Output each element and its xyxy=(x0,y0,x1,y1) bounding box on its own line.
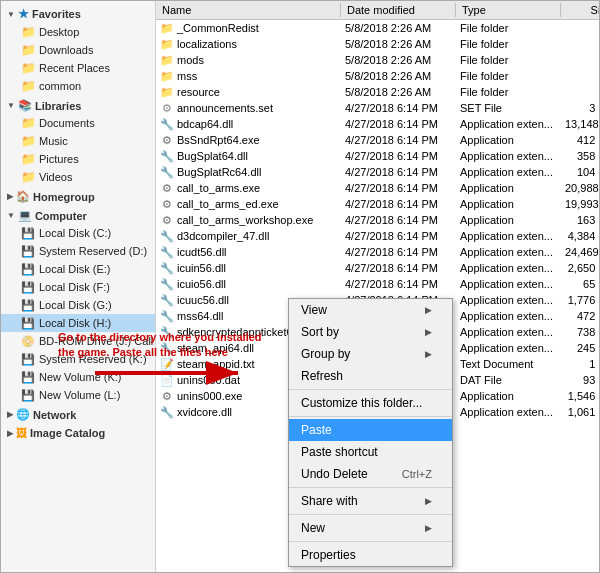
sidebar-item-j[interactable]: 📀 BD-ROM Drive (J:) Call to Arms xyxy=(1,332,155,350)
context-menu-item[interactable]: Sort by▶ xyxy=(289,321,452,343)
sidebar-item-music[interactable]: 📁 Music xyxy=(1,132,155,150)
file-name: mss xyxy=(177,70,197,82)
col-header-size[interactable]: Size xyxy=(561,3,599,17)
file-icon: 🔧 xyxy=(160,293,174,307)
cell-size: 738 KB xyxy=(561,326,599,338)
sidebar-item-label: Recent Places xyxy=(39,62,110,74)
sidebar-item-e[interactable]: 💾 Local Disk (E:) xyxy=(1,260,155,278)
folder-icon: 📁 xyxy=(21,79,35,93)
ctx-item-label: New xyxy=(301,521,325,535)
context-menu-item[interactable]: Undo DeleteCtrl+Z xyxy=(289,463,452,485)
sidebar-item-documents[interactable]: 📁 Documents xyxy=(1,114,155,132)
context-menu-item[interactable]: Share with▶ xyxy=(289,490,452,512)
col-header-date[interactable]: Date modified xyxy=(341,3,456,17)
submenu-arrow-icon: ▶ xyxy=(425,305,432,315)
table-row[interactable]: ⚙ call_to_arms_ed.exe 4/27/2018 6:14 PM … xyxy=(156,196,599,212)
table-row[interactable]: 🔧 d3dcompiler_47.dll 4/27/2018 6:14 PM A… xyxy=(156,228,599,244)
cell-date: 5/8/2018 2:26 AM xyxy=(341,70,456,82)
table-row[interactable]: ⚙ announcements.set 4/27/2018 6:14 PM SE… xyxy=(156,100,599,116)
sidebar-item-label: Pictures xyxy=(39,153,79,165)
sidebar-item-k-sys[interactable]: 💾 System Reserved (K:) xyxy=(1,350,155,368)
computer-header[interactable]: ▼ 💻 Computer xyxy=(1,207,155,224)
table-row[interactable]: ⚙ call_to_arms_workshop.exe 4/27/2018 6:… xyxy=(156,212,599,228)
file-icon: 📁 xyxy=(160,53,174,67)
file-name: icuio56.dll xyxy=(177,278,226,290)
col-size-label: Size xyxy=(591,4,599,16)
sidebar-item-h[interactable]: 💾 Local Disk (H:) xyxy=(1,314,155,332)
sidebar-item-k-new[interactable]: 💾 New Volume (K:) xyxy=(1,368,155,386)
file-icon: ⚙ xyxy=(160,101,174,115)
file-name: steam_api64.dll xyxy=(177,342,254,354)
homegroup-header[interactable]: ▶ 🏠 Homegroup xyxy=(1,188,155,205)
folder-icon: 📁 xyxy=(21,61,35,75)
context-menu-item[interactable]: New▶ xyxy=(289,517,452,539)
context-menu: View▶Sort by▶Group by▶RefreshCustomize t… xyxy=(288,298,453,567)
folder-icon: 📁 xyxy=(21,25,35,39)
file-name: call_to_arms_ed.exe xyxy=(177,198,279,210)
table-row[interactable]: 🔧 icuio56.dll 4/27/2018 6:14 PM Applicat… xyxy=(156,276,599,292)
sidebar-item-pictures[interactable]: 📁 Pictures xyxy=(1,150,155,168)
context-menu-item[interactable]: Group by▶ xyxy=(289,343,452,365)
col-header-name[interactable]: Name xyxy=(156,3,341,17)
cell-type: File folder xyxy=(456,70,561,82)
ctx-shortcut: Ctrl+Z xyxy=(402,468,432,480)
sidebar-item-downloads[interactable]: 📁 Downloads xyxy=(1,41,155,59)
sidebar-item-videos[interactable]: 📁 Videos xyxy=(1,168,155,186)
sidebar-item-recent-places[interactable]: 📁 Recent Places xyxy=(1,59,155,77)
ctx-item-label: Sort by xyxy=(301,325,339,339)
folder-icon: 📁 xyxy=(21,134,35,148)
sidebar-item-g[interactable]: 💾 Local Disk (G:) xyxy=(1,296,155,314)
context-menu-item[interactable]: Paste shortcut xyxy=(289,441,452,463)
sidebar-item-common[interactable]: 📁 common xyxy=(1,77,155,95)
cell-date: 4/27/2018 6:14 PM xyxy=(341,182,456,194)
cell-name: ⚙ BsSndRpt64.exe xyxy=(156,133,341,147)
col-header-type[interactable]: Type xyxy=(456,3,561,17)
table-row[interactable]: 🔧 icuin56.dll 4/27/2018 6:14 PM Applicat… xyxy=(156,260,599,276)
sidebar-item-c[interactable]: 💾 Local Disk (C:) xyxy=(1,224,155,242)
table-row[interactable]: 📁 mss 5/8/2018 2:26 AM File folder xyxy=(156,68,599,84)
cell-size: 104 KB xyxy=(561,166,599,178)
sidebar-item-desktop[interactable]: 📁 Desktop xyxy=(1,23,155,41)
libraries-label: Libraries xyxy=(35,100,81,112)
table-row[interactable]: 📁 localizations 5/8/2018 2:26 AM File fo… xyxy=(156,36,599,52)
table-row[interactable]: ⚙ BsSndRpt64.exe 4/27/2018 6:14 PM Appli… xyxy=(156,132,599,148)
cell-size: 1,546 KB xyxy=(561,390,599,402)
sidebar-item-f[interactable]: 💾 Local Disk (F:) xyxy=(1,278,155,296)
table-row[interactable]: 🔧 BugSplat64.dll 4/27/2018 6:14 PM Appli… xyxy=(156,148,599,164)
drive-icon: 💾 xyxy=(21,298,35,312)
cell-type: Application exten... xyxy=(456,150,561,162)
table-row[interactable]: 🔧 bdcap64.dll 4/27/2018 6:14 PM Applicat… xyxy=(156,116,599,132)
cell-type: File folder xyxy=(456,38,561,50)
cell-date: 4/27/2018 6:14 PM xyxy=(341,150,456,162)
folder-icon: 📁 xyxy=(21,170,35,184)
ctx-item-label: View xyxy=(301,303,327,317)
network-header[interactable]: ▶ 🌐 Network xyxy=(1,406,155,423)
file-name: BugSplatRc64.dll xyxy=(177,166,261,178)
table-row[interactable]: 📁 mods 5/8/2018 2:26 AM File folder xyxy=(156,52,599,68)
cell-type: File folder xyxy=(456,22,561,34)
submenu-arrow-icon: ▶ xyxy=(425,523,432,533)
table-row[interactable]: 📁 _CommonRedist 5/8/2018 2:26 AM File fo… xyxy=(156,20,599,36)
cell-type: Application exten... xyxy=(456,118,561,130)
favorites-header[interactable]: ▼ ★ Favorites xyxy=(1,5,155,23)
context-menu-item[interactable]: Customize this folder... xyxy=(289,392,452,414)
table-row[interactable]: 🔧 icudt56.dll 4/27/2018 6:14 PM Applicat… xyxy=(156,244,599,260)
sidebar-item-l[interactable]: 💾 New Volume (L:) xyxy=(1,386,155,404)
table-row[interactable]: 🔧 BugSplatRc64.dll 4/27/2018 6:14 PM App… xyxy=(156,164,599,180)
file-name: _CommonRedist xyxy=(177,22,259,34)
libraries-header[interactable]: ▼ 📚 Libraries xyxy=(1,97,155,114)
context-menu-item[interactable]: View▶ xyxy=(289,299,452,321)
context-menu-item[interactable]: Properties xyxy=(289,544,452,566)
image-catalog-section: ▶ 🖼 Image Catalog xyxy=(1,425,155,441)
ctx-item-label: Share with xyxy=(301,494,358,508)
image-catalog-header[interactable]: ▶ 🖼 Image Catalog xyxy=(1,425,155,441)
sidebar-item-label: System Reserved (K:) xyxy=(39,353,147,365)
sidebar-item-d[interactable]: 💾 System Reserved (D:) xyxy=(1,242,155,260)
context-menu-item[interactable]: Paste xyxy=(289,419,452,441)
table-row[interactable]: ⚙ call_to_arms.exe 4/27/2018 6:14 PM App… xyxy=(156,180,599,196)
drive-icon: 💾 xyxy=(21,244,35,258)
context-menu-item[interactable]: Refresh xyxy=(289,365,452,387)
col-type-label: Type xyxy=(462,4,486,16)
image-catalog-label: Image Catalog xyxy=(30,427,105,439)
table-row[interactable]: 📁 resource 5/8/2018 2:26 AM File folder xyxy=(156,84,599,100)
